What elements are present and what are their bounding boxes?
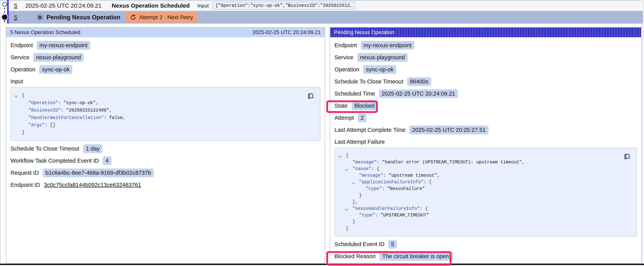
json-punctuation: :: [383, 173, 389, 178]
code-line: }: [335, 192, 636, 199]
scrollbar-track[interactable]: [641, 0, 644, 266]
field-row-wft-completed-event-id: Workflow Task Completed Event ID 4: [10, 156, 320, 165]
collapse-chevron-icon[interactable]: [345, 207, 348, 211]
json-punctuation: }: [22, 130, 24, 135]
code-line: "nexusHandlerFailureInfo": {: [335, 205, 636, 212]
code-line: "BusinessID": "20250225122409",: [11, 107, 320, 114]
json-value: "upstream timeout": [389, 173, 437, 178]
input-section-label: Input: [10, 78, 320, 85]
json-punctuation: :: [104, 115, 109, 120]
event-input-preview-badge[interactable]: {"Operation":"sync-op-ok","BusinessID":"…: [213, 2, 355, 10]
attempt-retry-badge: Attempt 2 · Next Retry: [126, 12, 198, 23]
json-value: "20250225122409": [66, 108, 109, 113]
field-label: Workflow Task Completed Event ID: [10, 158, 99, 164]
pending-event-id-link[interactable]: 5: [14, 14, 17, 21]
event-id-link[interactable]: 5: [14, 2, 17, 9]
json-key: "type": [359, 213, 375, 218]
pending-row-title: Pending Nexus Operation: [46, 14, 120, 21]
code-line: "Args": []: [11, 122, 320, 129]
collapse-chevron-icon[interactable]: [345, 167, 348, 171]
json-value: "UPSTREAM_TIMEOUT": [380, 213, 429, 218]
timeline-dotted-connector: [4, 8, 5, 15]
field-value-badge: my-nexus-endpoint: [37, 41, 90, 50]
field-label: Endpoint: [10, 42, 33, 49]
pending-nexus-operation-row[interactable]: 5 Pending Nexus Operation Attempt 2 · Ne…: [9, 11, 643, 24]
code-line: "Operation": "sync-op-ok",: [11, 99, 320, 107]
field-value-badge: 2025-02-25 UTC 20:24:09.21: [379, 89, 458, 98]
field-label: Operation: [334, 66, 359, 73]
annotation-state-highlight: [326, 100, 378, 113]
json-punctuation: :: [375, 213, 381, 218]
json-value: []: [50, 123, 55, 128]
json-value: "handler error (UPSTREAM_TIMEOUT): upstr…: [382, 160, 522, 165]
failure-json-viewer: {"message": "handler error (UPSTREAM_TIM…: [334, 148, 637, 236]
field-row-endpoint-id: Endpoint ID 3c0c75ccfa8144b092c13ce63246…: [10, 180, 320, 189]
pending-operation-header: Pending Nexus Operation: [330, 28, 641, 37]
pending-operation-header-title: Pending Nexus Operation: [334, 30, 394, 36]
field-label: Service: [10, 54, 30, 61]
json-punctuation: ,: [522, 160, 525, 165]
collapse-chevron-icon[interactable]: [338, 154, 342, 158]
collapse-chevron-icon[interactable]: [352, 181, 355, 184]
field-row-schedule-to-close: Schedule To Close Timeout 1 day: [10, 144, 320, 153]
json-punctuation: {: [22, 93, 24, 98]
code-line: "message": "handler error (UPSTREAM_TIME…: [335, 159, 636, 166]
collapse-chevron-icon[interactable]: [14, 94, 18, 97]
json-value: "NexusFailure": [387, 186, 425, 191]
json-punctuation: ,: [109, 108, 112, 113]
json-punctuation: }: [346, 226, 348, 231]
field-value-badge: my-nexus-endpoint: [361, 41, 414, 50]
field-label: Operation: [10, 66, 35, 73]
field-value-badge: 86400s: [407, 77, 431, 86]
code-line: }: [11, 129, 320, 136]
code-line: "applicationFailureInfo": {: [335, 179, 636, 185]
field-label: Schedule To Close Timeout: [10, 145, 79, 152]
event-details-panel: 5 Nexus Operation Scheduled 2025-02-25 U…: [6, 27, 325, 263]
field-label: Schedule To Close Timeout: [334, 78, 403, 85]
field-value-badge: nexus-playground: [33, 53, 84, 62]
last-attempt-failure-label: Last Attempt Failure: [334, 138, 637, 145]
json-key: "message": [352, 160, 376, 165]
input-json-viewer: {"Operation": "sync-op-ok","BusinessID":…: [10, 87, 320, 141]
code-line: "cause": {: [335, 166, 636, 172]
field-label: Endpoint: [334, 42, 357, 49]
timeline-open-circle-icon: [2, 2, 7, 7]
event-details-header: 5 Nexus Operation Scheduled 2025-02-25 U…: [6, 28, 325, 37]
json-punctuation: ,: [437, 173, 440, 178]
event-details-body: Endpoint my-nexus-endpoint Service nexus…: [6, 37, 325, 189]
event-title: Nexus Operation Scheduled: [112, 2, 190, 9]
field-row-operation: Operation sync-op-ok: [10, 65, 320, 74]
json-key: "HandlerWaitForCancellation": [28, 115, 104, 120]
field-value-badge: 1 day: [83, 144, 102, 153]
active-row-indicator-bar: [7, 0, 9, 24]
json-key: "Operation": [28, 100, 58, 106]
field-label: Attempt: [334, 115, 354, 121]
json-punctuation: }: [359, 193, 362, 198]
json-punctuation: :: [382, 186, 387, 191]
code-line: }: [335, 225, 636, 232]
json-key: "nexusHandlerFailureInfo": [352, 206, 420, 211]
json-value: false: [109, 115, 122, 120]
event-details-header-time: 2025-02-25 UTC 20:24:09.21: [252, 30, 321, 36]
json-key: "type": [366, 186, 382, 191]
json-punctuation: {: [346, 153, 348, 158]
attempt-retry-label: Attempt 2 · Next Retry: [139, 14, 193, 21]
field-value-badge: sync-op-ok: [39, 65, 72, 74]
field-row-operation: Operation sync-op-ok: [334, 65, 637, 74]
event-details-header-title: 5 Nexus Operation Scheduled: [10, 30, 80, 36]
json-punctuation: : {: [424, 180, 432, 185]
field-value-badge: nexus-playground: [357, 53, 408, 62]
field-value-badge: 2025-02-25 UTC 20:25:27.51: [409, 126, 488, 134]
json-punctuation: }: [352, 219, 355, 224]
field-row-request-id: Request ID b1c6a4bc-8ee7-468a-9169-df3b0…: [10, 168, 320, 177]
json-key: "applicationFailureInfo": [359, 180, 424, 185]
timeline-dotted-connector: [4, 21, 5, 24]
field-value-badge: 4: [103, 156, 111, 165]
field-label: Request ID: [10, 170, 39, 176]
code-line: {: [11, 92, 320, 99]
json-key: "cause": [352, 166, 371, 171]
event-row-nexus-operation-scheduled[interactable]: 5 2025-02-25 UTC 20:24:09.21 Nexus Opera…: [9, 1, 643, 11]
json-key: "BusinessID": [28, 108, 61, 113]
endpoint-id-link[interactable]: 3c0c75ccfa8144b092c13ce632463761: [44, 182, 141, 188]
json-punctuation: ,: [96, 100, 98, 106]
